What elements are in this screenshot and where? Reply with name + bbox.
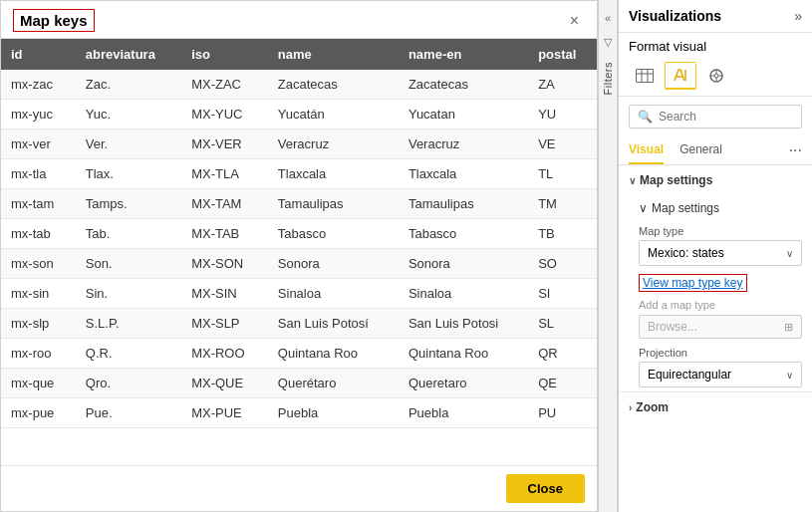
cell-iso: MX-YUC (181, 100, 268, 129)
cell-abreviatura: Tamps. (76, 189, 181, 219)
zoom-label: Zoom (636, 400, 669, 414)
viz-title: Visualizations (629, 8, 721, 24)
cell-iso: MX-ZAC (181, 70, 268, 100)
map-settings-chevron: ∨ (629, 175, 636, 186)
cell-abreviatura: Ver. (76, 129, 181, 159)
map-keys-header: Map keys × (1, 1, 597, 39)
svg-rect-0 (637, 70, 654, 83)
cell-iso: MX-TLA (181, 159, 268, 189)
browse-icon: ⊞ (784, 321, 793, 334)
tab-more-button[interactable]: ··· (789, 141, 802, 159)
cell-iso: MX-SLP (181, 309, 268, 339)
map-settings-section-header[interactable]: ∨ Map settings (619, 165, 812, 195)
table-row: mx-sinSin.MX-SINSinaloaSinaloaSI (1, 279, 597, 309)
close-x-button[interactable]: × (564, 11, 585, 31)
cell-name: Quintana Roo (268, 339, 399, 369)
col-header-postal: postal (528, 39, 597, 70)
search-input[interactable] (659, 110, 793, 124)
collapse-icon[interactable]: « (600, 10, 616, 26)
cell-postal: ZA (528, 70, 597, 100)
col-header-abreviatura: abreviatura (76, 39, 181, 70)
toolbar-table-icon[interactable] (629, 62, 661, 90)
browse-box[interactable]: Browse... ⊞ (639, 315, 802, 339)
projection-select[interactable]: Equirectangular ∨ (639, 362, 802, 387)
cell-postal: VE (528, 129, 597, 159)
cell-id: mx-pue (1, 398, 76, 428)
map-keys-table: id abreviatura iso name name-en postal m… (1, 39, 597, 428)
toolbar-analytics-icon[interactable] (700, 62, 732, 90)
cell-id: mx-sin (1, 279, 76, 309)
tabs-row: Visual General ··· (619, 136, 812, 165)
cell-name: Tlaxcala (268, 159, 399, 189)
format-visual-row: Format visual (619, 33, 812, 58)
close-button[interactable]: Close (506, 474, 585, 503)
cell-postal: SO (528, 249, 597, 279)
cell-id: mx-tam (1, 189, 76, 219)
cell-name: Sinaloa (268, 279, 399, 309)
cell-iso: MX-ROO (181, 339, 268, 369)
cell-id: mx-tab (1, 219, 76, 249)
table-row: mx-sonSon.MX-SONSonoraSonoraSO (1, 249, 597, 279)
cell-postal: TB (528, 219, 597, 249)
table-row: mx-tabTab.MX-TABTabascoTabascoTB (1, 219, 597, 249)
map-type-select[interactable]: Mexico: states ∨ (639, 240, 802, 266)
cell-name: Veracruz (268, 129, 399, 159)
cell-iso: MX-SON (181, 249, 268, 279)
cell-name_en: Quintana Roo (399, 339, 528, 369)
viz-collapse-icon[interactable]: » (794, 8, 802, 24)
viz-panel: Visualizations » Format visual (618, 0, 812, 512)
map-type-value: Mexico: states (648, 246, 724, 260)
table-container: id abreviatura iso name name-en postal m… (1, 39, 597, 465)
cell-name_en: Tamaulipas (399, 189, 528, 219)
cell-abreviatura: Qro. (76, 369, 181, 398)
zoom-section-header[interactable]: › Zoom (619, 391, 812, 422)
cell-name: San Luis Potosí (268, 309, 399, 339)
filters-label: Filters (602, 62, 614, 95)
map-settings-label: Map settings (640, 173, 712, 187)
map-settings-sub-header[interactable]: ∨ Map settings (619, 195, 812, 221)
cell-postal: SI (528, 279, 597, 309)
cell-id: mx-zac (1, 70, 76, 100)
cell-id: mx-yuc (1, 100, 76, 129)
cell-name_en: Queretaro (399, 369, 528, 398)
toolbar-format-icon[interactable] (665, 62, 696, 90)
cell-id: mx-son (1, 249, 76, 279)
table-row: mx-tlaTlax.MX-TLATlaxcalaTlaxcalaTL (1, 159, 597, 189)
search-box: 🔍 (629, 105, 802, 128)
cell-abreviatura: Yuc. (76, 100, 181, 129)
cell-postal: SL (528, 309, 597, 339)
cell-abreviatura: Sin. (76, 279, 181, 309)
col-header-name-en: name-en (399, 39, 528, 70)
map-type-chevron: ∨ (786, 248, 793, 259)
col-header-name: name (268, 39, 399, 70)
projection-field: Projection Equirectangular ∨ (619, 343, 812, 391)
view-map-type-key-link[interactable]: View map type key (639, 274, 747, 292)
cell-iso: MX-VER (181, 129, 268, 159)
cell-postal: PU (528, 398, 597, 428)
cell-abreviatura: S.L.P. (76, 309, 181, 339)
sidebar-strip: « ▽ Filters (598, 0, 618, 512)
cell-name_en: Zacatecas (399, 70, 528, 100)
tab-visual[interactable]: Visual (629, 136, 664, 164)
map-type-label: Map type (639, 225, 802, 237)
tab-general[interactable]: General (679, 136, 722, 164)
cell-abreviatura: Pue. (76, 398, 181, 428)
cell-iso: MX-QUE (181, 369, 268, 398)
cell-name: Sonora (268, 249, 399, 279)
zoom-chevron: › (629, 402, 632, 413)
table-row: mx-queQro.MX-QUEQuerétaroQueretaroQE (1, 369, 597, 398)
col-header-iso: iso (181, 39, 268, 70)
cell-postal: TM (528, 189, 597, 219)
map-settings-sub-chevron: ∨ (639, 201, 648, 215)
cell-name: Querétaro (268, 369, 399, 398)
cell-name: Puebla (268, 398, 399, 428)
table-row: mx-slpS.L.P.MX-SLPSan Luis PotosíSan Lui… (1, 309, 597, 339)
table-header-row: id abreviatura iso name name-en postal (1, 39, 597, 70)
cell-id: mx-slp (1, 309, 76, 339)
cell-postal: TL (528, 159, 597, 189)
viz-header: Visualizations » (619, 0, 812, 33)
add-map-type-label: Add a map type (619, 296, 812, 313)
cell-iso: MX-TAM (181, 189, 268, 219)
settings-container: ∨ Map settings ∨ Map settings Map type M… (619, 165, 812, 512)
cell-name: Zacatecas (268, 70, 399, 100)
